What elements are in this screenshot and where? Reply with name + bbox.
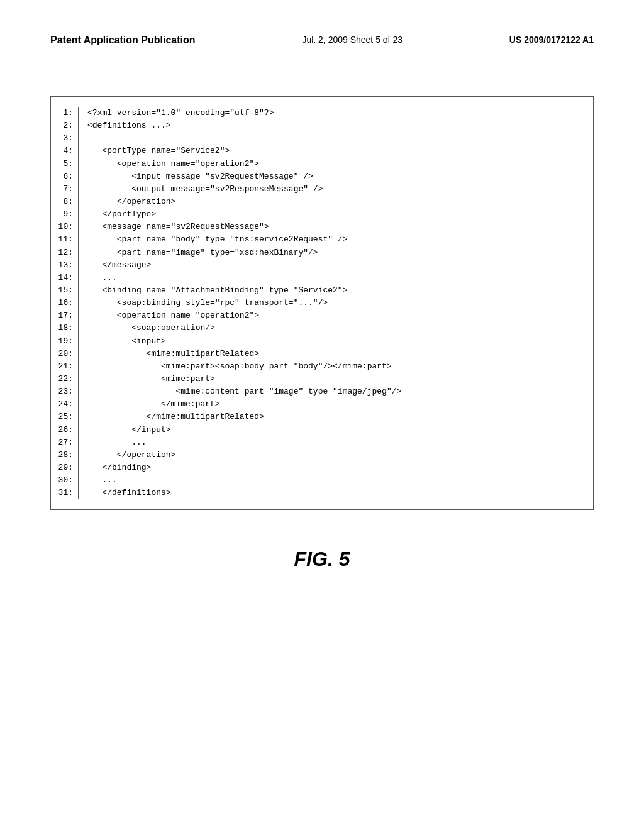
table-row: 19: <input> <box>51 335 593 348</box>
table-row: 12: <part name="image" type="xsd:hexBina… <box>51 246 593 259</box>
line-content: <binding name="AttachmentBinding" type="… <box>79 284 347 297</box>
table-row: 21: <mime:part><soap:body part="body"/><… <box>51 360 593 373</box>
table-row: 23: <mime:content part="image" type="ima… <box>51 385 593 398</box>
table-row: 7: <output message="sv2ResponseMessage" … <box>51 183 593 196</box>
table-row: 13: </message> <box>51 259 593 272</box>
table-row: 25: </mime:multipartRelated> <box>51 411 593 423</box>
line-number: 29: <box>51 462 79 474</box>
table-row: 18: <soap:operation/> <box>51 322 593 335</box>
line-number: 23: <box>51 385 79 398</box>
line-number: 27: <box>51 436 79 449</box>
line-content: <operation name="operation2"> <box>79 158 259 170</box>
line-number: 22: <box>51 373 79 385</box>
line-content: <part name="body" type="tns:service2Requ… <box>79 233 347 246</box>
line-number: 13: <box>51 259 79 272</box>
table-row: 27: ... <box>51 436 593 449</box>
table-row: 4: <portType name="Service2"> <box>51 145 593 157</box>
line-number: 17: <box>51 309 79 322</box>
line-number: 3: <box>51 132 79 145</box>
line-number: 16: <box>51 297 79 309</box>
line-content: ... <box>79 474 117 487</box>
line-number: 9: <box>51 208 79 221</box>
table-row: 5: <operation name="operation2"> <box>51 158 593 170</box>
table-row: 24: </mime:part> <box>51 398 593 411</box>
code-listing: 1:<?xml version="1.0" encoding="utf-8"?>… <box>50 96 594 510</box>
line-content: </mime:part> <box>79 398 220 411</box>
line-content: </definitions> <box>79 487 171 499</box>
table-row: 11: <part name="body" type="tns:service2… <box>51 233 593 246</box>
line-content: </binding> <box>79 462 151 474</box>
line-content: <mime:part><soap:body part="body"/></mim… <box>79 360 392 373</box>
line-content: </mime:multipartRelated> <box>79 411 264 423</box>
table-row: 1:<?xml version="1.0" encoding="utf-8"?> <box>51 107 593 119</box>
table-row: 10: <message name="sv2RequestMessage"> <box>51 221 593 233</box>
line-number: 26: <box>51 424 79 436</box>
line-number: 25: <box>51 411 79 423</box>
line-number: 31: <box>51 487 79 499</box>
line-number: 4: <box>51 145 79 157</box>
line-number: 8: <box>51 196 79 208</box>
line-content: <input message="sv2RequestMessage" /> <box>79 170 313 183</box>
publication-date-sheet: Jul. 2, 2009 Sheet 5 of 23 <box>302 35 402 45</box>
line-content: <?xml version="1.0" encoding="utf-8"?> <box>79 107 274 119</box>
page-header: Patent Application Publication Jul. 2, 2… <box>0 0 644 58</box>
line-number: 7: <box>51 183 79 196</box>
publication-title: Patent Application Publication <box>50 35 196 46</box>
line-number: 5: <box>51 158 79 170</box>
table-row: 29: </binding> <box>51 462 593 474</box>
line-content: <mime:part> <box>79 373 215 385</box>
line-number: 11: <box>51 233 79 246</box>
line-number: 6: <box>51 170 79 183</box>
line-content: <portType name="Service2"> <box>79 145 230 157</box>
line-content: <input> <box>79 335 166 348</box>
line-number: 28: <box>51 449 79 462</box>
line-content: <part name="image" type="xsd:hexBinary"/… <box>79 246 318 259</box>
table-row: 15: <binding name="AttachmentBinding" ty… <box>51 284 593 297</box>
line-content: <mime:content part="image" type="image/j… <box>79 385 401 398</box>
line-number: 12: <box>51 246 79 259</box>
line-number: 15: <box>51 284 79 297</box>
line-number: 1: <box>51 107 79 119</box>
line-content: </operation> <box>79 196 175 208</box>
line-content: <output message="sv2ResponseMessage" /> <box>79 183 323 196</box>
line-content: ... <box>79 436 147 449</box>
table-row: 28: </operation> <box>51 449 593 462</box>
line-number: 19: <box>51 335 79 348</box>
line-number: 14: <box>51 272 79 284</box>
publication-number: US 2009/0172122 A1 <box>509 35 594 45</box>
line-number: 18: <box>51 322 79 335</box>
table-row: 26: </input> <box>51 424 593 436</box>
table-row: 16: <soap:binding style="rpc" transport=… <box>51 297 593 309</box>
line-content: ... <box>79 272 117 284</box>
table-row: 22: <mime:part> <box>51 373 593 385</box>
table-row: 20: <mime:multipartRelated> <box>51 348 593 360</box>
table-row: 31: </definitions> <box>51 487 593 499</box>
line-content: <soap:binding style="rpc" transport="...… <box>79 297 328 309</box>
line-content: <soap:operation/> <box>79 322 215 335</box>
line-content: <message name="sv2RequestMessage"> <box>79 221 269 233</box>
table-row: 3: <box>51 132 593 145</box>
line-content: </input> <box>79 424 171 436</box>
table-row: 17: <operation name="operation2"> <box>51 309 593 322</box>
line-content: </portType> <box>79 208 156 221</box>
line-number: 30: <box>51 474 79 487</box>
line-content: <operation name="operation2"> <box>79 309 259 322</box>
line-content: <definitions ...> <box>79 119 171 132</box>
line-content: </message> <box>79 259 151 272</box>
table-row: 2:<definitions ...> <box>51 119 593 132</box>
line-number: 2: <box>51 119 79 132</box>
page: Patent Application Publication Jul. 2, 2… <box>0 0 644 830</box>
figure-caption: FIG. 5 <box>0 548 644 571</box>
table-row: 30: ... <box>51 474 593 487</box>
table-row: 8: </operation> <box>51 196 593 208</box>
line-number: 10: <box>51 221 79 233</box>
table-row: 14: ... <box>51 272 593 284</box>
line-content: </operation> <box>79 449 175 462</box>
line-number: 24: <box>51 398 79 411</box>
line-content: <mime:multipartRelated> <box>79 348 259 360</box>
table-row: 6: <input message="sv2RequestMessage" /> <box>51 170 593 183</box>
line-number: 20: <box>51 348 79 360</box>
line-number: 21: <box>51 360 79 373</box>
table-row: 9: </portType> <box>51 208 593 221</box>
